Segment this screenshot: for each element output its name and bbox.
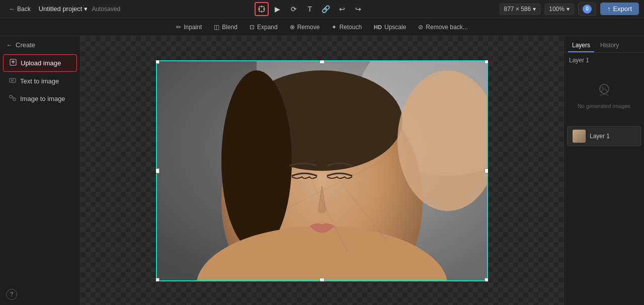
credits-value: 0 xyxy=(586,6,589,12)
autosaved-label: Autosaved xyxy=(92,6,120,13)
text-tool-button[interactable]: T xyxy=(303,2,317,16)
tab-history[interactable]: History xyxy=(596,39,623,52)
toolbar-item-blend[interactable]: ◫ Blend xyxy=(209,22,243,33)
panel-item-upload[interactable]: Upload image xyxy=(3,54,77,72)
create-arrow-icon: ← xyxy=(6,41,13,49)
left-panel: ← Create Upload image Text to xyxy=(0,36,80,305)
img2img-icon xyxy=(9,94,16,103)
main-layout: ← Create Upload image Text to xyxy=(0,36,644,305)
svg-rect-11 xyxy=(13,98,16,100)
project-title[interactable]: Untitled project ▾ xyxy=(39,5,88,13)
export-text: Export xyxy=(613,5,632,13)
zoom-value: 100% xyxy=(549,6,565,13)
toolbar-item-inpaint[interactable]: ✏ Inpaint xyxy=(171,22,207,33)
toolbar-item-remove[interactable]: ⊗ Remove xyxy=(285,22,325,33)
history-tab-label: History xyxy=(600,42,619,49)
svg-rect-7 xyxy=(10,78,16,82)
credits-button[interactable]: 0 xyxy=(578,3,596,16)
layer1-header: Layer 1 xyxy=(564,53,644,66)
svg-point-17 xyxy=(221,70,292,251)
toolbar-item-upscale[interactable]: HD Upscale xyxy=(369,22,411,33)
create-label: Create xyxy=(16,41,35,49)
play-button[interactable]: ▶ xyxy=(271,2,285,16)
layer-item-name: Layer 1 xyxy=(590,133,610,140)
inpaint-icon: ✏ xyxy=(176,24,181,31)
no-images-area: No generated images xyxy=(564,66,644,124)
zoom-chevron-icon: ▾ xyxy=(567,6,570,13)
expand-label: Expand xyxy=(257,24,278,31)
text2img-icon xyxy=(9,77,16,85)
project-chevron-icon: ▾ xyxy=(84,5,88,13)
right-panel: Layers History Layer 1 No generated imag… xyxy=(564,36,644,305)
dimension-value: 877 × 586 xyxy=(504,6,531,13)
project-title-text: Untitled project xyxy=(39,5,83,13)
layers-tab-label: Layers xyxy=(572,42,590,49)
create-header: ← Create xyxy=(0,36,80,54)
panel-item-img2img[interactable]: Image to image xyxy=(3,90,77,107)
svg-point-24 xyxy=(602,87,603,89)
inpaint-label: Inpaint xyxy=(184,24,202,31)
help-button[interactable]: ? xyxy=(0,284,80,305)
move-tool-button[interactable] xyxy=(255,2,269,16)
toolbar-item-removebg[interactable]: ⊘ Remove back... xyxy=(413,22,472,33)
toolbar: ✏ Inpaint ◫ Blend ⊡ Expand ⊗ Remove ✦ Re… xyxy=(0,18,644,36)
upload-icon xyxy=(10,59,17,67)
panel-item-text2img[interactable]: Text to image xyxy=(3,73,77,89)
link-tool-button[interactable]: 🔗 xyxy=(319,2,333,16)
no-images-text: No generated images xyxy=(578,103,630,109)
zoom-control[interactable]: 100% ▾ xyxy=(544,4,574,15)
top-bar: ← ← Back Back Untitled project ▾ Autosav… xyxy=(0,0,644,18)
refresh-button[interactable]: ⟳ xyxy=(287,2,301,16)
credits-icon: 0 xyxy=(583,5,592,14)
retouch-label: Retouch xyxy=(339,24,362,31)
upscale-icon: HD xyxy=(374,24,382,30)
layer1-name-header: Layer 1 xyxy=(569,57,589,64)
dimension-control[interactable]: 877 × 586 ▾ xyxy=(500,4,541,15)
expand-icon: ⊡ xyxy=(250,24,255,31)
removebg-label: Remove back... xyxy=(426,24,467,31)
canvas-svg xyxy=(156,60,488,281)
back-button[interactable]: ← ← Back Back xyxy=(5,4,35,14)
export-button[interactable]: ↑ ↑ Export Export xyxy=(600,3,639,15)
blend-icon: ◫ xyxy=(214,24,219,31)
layer-thumbnail xyxy=(573,130,586,143)
text2img-label: Text to image xyxy=(20,77,59,85)
blend-label: Blend xyxy=(222,24,237,31)
removebg-icon: ⊘ xyxy=(418,24,423,31)
export-icon: ↑ xyxy=(607,5,611,13)
remove-icon: ⊗ xyxy=(290,24,295,31)
toolbar-item-retouch[interactable]: ✦ Retouch xyxy=(327,22,367,33)
upscale-label: Upscale xyxy=(384,24,406,31)
back-icon: ← xyxy=(9,6,15,13)
tab-layers[interactable]: Layers xyxy=(568,39,594,52)
tool-group-transform: ▶ ⟳ T 🔗 ↩ ↪ xyxy=(255,2,365,16)
layer-item[interactable]: Layer 1 xyxy=(567,126,641,146)
canvas-container[interactable]: ↻ xyxy=(156,60,488,281)
remove-label: Remove xyxy=(297,24,320,31)
back-text: Back xyxy=(17,6,31,13)
canvas-area[interactable]: ↻ xyxy=(80,36,564,305)
dimension-chevron-icon: ▾ xyxy=(533,6,536,13)
retouch-icon: ✦ xyxy=(332,24,337,31)
help-icon: ? xyxy=(6,289,17,300)
undo-button[interactable]: ↩ xyxy=(335,2,349,16)
canvas-image[interactable]: ↻ xyxy=(156,60,488,281)
upload-label: Upload image xyxy=(21,59,61,67)
svg-rect-10 xyxy=(10,95,12,98)
redo-button[interactable]: ↪ xyxy=(351,2,365,16)
img2img-label: Image to image xyxy=(20,95,65,103)
right-panel-tabs: Layers History xyxy=(564,36,644,53)
toolbar-item-expand[interactable]: ⊡ Expand xyxy=(245,22,283,33)
no-images-icon xyxy=(595,81,613,99)
